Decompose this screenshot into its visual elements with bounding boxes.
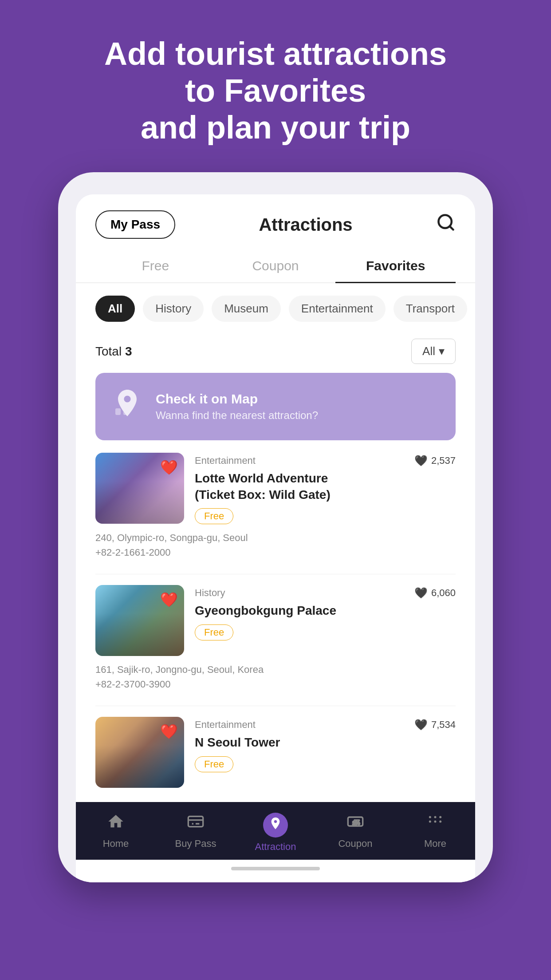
tab-bar: Free Coupon Favorites (76, 249, 475, 283)
favorite-heart-1[interactable]: ❤️ (160, 459, 178, 476)
nav-coupon[interactable]: 1% Coupon (315, 813, 395, 853)
phone-screen: My Pass Attractions Free Coupon Favorite… (76, 194, 475, 882)
tab-free[interactable]: Free (95, 249, 216, 282)
svg-point-9 (439, 821, 441, 823)
svg-point-10 (429, 816, 431, 818)
home-indicator-bar (231, 867, 320, 870)
map-title: Check it on Map (156, 391, 318, 407)
chip-transport[interactable]: Transport (394, 296, 467, 322)
card-info-3: Entertainment 🖤 7,534 N Seoul Tower Free (195, 717, 456, 788)
map-icon (111, 387, 143, 426)
free-badge-3: Free (195, 756, 233, 772)
svg-point-12 (439, 816, 441, 818)
divider-2 (95, 706, 456, 706)
filter-row: Total 3 All ▾ (76, 334, 475, 373)
bottom-navigation: Home Buy Pass (76, 802, 475, 860)
divider-1 (95, 574, 456, 574)
chevron-down-icon: ▾ (439, 344, 445, 358)
tab-favorites[interactable]: Favorites (335, 249, 456, 282)
card-thumbnail-2: ❤️ (95, 585, 184, 656)
svg-point-7 (429, 821, 431, 823)
card-thumbnail-1: ❤️ (95, 453, 184, 524)
nav-coupon-label: Coupon (338, 838, 372, 850)
map-subtitle: Wanna find the nearest attraction? (156, 409, 318, 422)
attraction-card-1[interactable]: ❤️ Entertainment 🖤 2,537 Lotte World Adv… (95, 453, 456, 560)
map-text: Check it on Map Wanna find the nearest a… (156, 391, 318, 422)
nav-attraction-label: Attraction (255, 841, 296, 853)
nav-more-label: More (424, 838, 446, 850)
card-likes-2: 🖤 6,060 (414, 587, 456, 599)
home-indicator (76, 860, 475, 876)
heart-icon-2: 🖤 (414, 587, 428, 599)
svg-line-1 (450, 226, 453, 230)
hero-line3: and plan your trip (141, 110, 410, 145)
chip-museum[interactable]: Museum (212, 296, 281, 322)
nav-home[interactable]: Home (76, 813, 156, 853)
card-likes-1: 🖤 2,537 (414, 454, 456, 467)
attraction-icon (268, 816, 283, 834)
attraction-card-2[interactable]: ❤️ History 🖤 6,060 Gyeongbokgung Palace … (95, 585, 456, 692)
attraction-card-3[interactable]: ❤️ Entertainment 🖤 7,534 N Seoul Tower F… (95, 717, 456, 788)
card-category-3: Entertainment (195, 719, 256, 731)
card-likes-3: 🖤 7,534 (414, 719, 456, 731)
home-icon (107, 813, 125, 834)
free-badge-1: Free (195, 508, 233, 524)
card-name-1: Lotte World Adventure(Ticket Box: Wild G… (195, 470, 456, 503)
card-category-1: Entertainment (195, 455, 256, 466)
card-category-2: History (195, 587, 225, 599)
nav-attraction[interactable]: Attraction (236, 813, 315, 853)
buy-pass-icon (187, 813, 205, 834)
nav-home-label: Home (103, 838, 129, 850)
app-header: My Pass Attractions (76, 194, 475, 249)
card-thumbnail-3: ❤️ (95, 717, 184, 788)
card-info-1: Entertainment 🖤 2,537 Lotte World Advent… (195, 453, 456, 524)
card-address-2: 161, Sajik-ro, Jongno-gu, Seoul, Korea +… (95, 662, 456, 692)
nav-attraction-active (263, 813, 288, 838)
page-title: Attractions (259, 215, 352, 235)
svg-rect-3 (123, 411, 129, 415)
nav-buy-pass[interactable]: Buy Pass (156, 813, 236, 853)
total-label: Total 3 (95, 344, 132, 359)
hero-line1: Add tourist attractions (104, 36, 447, 71)
svg-point-11 (434, 816, 437, 818)
heart-icon-3: 🖤 (414, 719, 428, 731)
tab-coupon[interactable]: Coupon (216, 249, 336, 282)
card-address-1: 240, Olympic-ro, Songpa-gu, Seoul +82-2-… (95, 530, 456, 560)
coupon-icon: 1% (346, 813, 364, 834)
card-name-2: Gyeongbokgung Palace (195, 603, 456, 619)
filter-dropdown[interactable]: All ▾ (411, 339, 456, 364)
nav-buy-pass-label: Buy Pass (175, 838, 216, 850)
hero-line2: to Favorites (185, 73, 366, 108)
chip-all[interactable]: All (95, 296, 135, 322)
favorite-heart-2[interactable]: ❤️ (160, 591, 178, 608)
card-name-3: N Seoul Tower (195, 735, 456, 751)
my-pass-button[interactable]: My Pass (95, 210, 175, 239)
nav-more[interactable]: More (395, 813, 475, 853)
phone-frame: My Pass Attractions Free Coupon Favorite… (58, 172, 493, 882)
heart-icon-1: 🖤 (414, 454, 428, 467)
category-filter: All History Museum Entertainment Transpo… (76, 283, 475, 334)
svg-rect-2 (115, 408, 121, 415)
favorite-heart-3[interactable]: ❤️ (160, 723, 178, 740)
free-badge-2: Free (195, 624, 233, 640)
map-banner[interactable]: Check it on Map Wanna find the nearest a… (95, 373, 456, 440)
svg-rect-4 (188, 817, 203, 827)
chip-history[interactable]: History (143, 296, 204, 322)
svg-text:1%: 1% (352, 820, 360, 826)
card-info-2: History 🖤 6,060 Gyeongbokgung Palace Fre… (195, 585, 456, 656)
svg-point-8 (434, 821, 437, 823)
search-icon[interactable] (436, 213, 456, 237)
hero-text: Add tourist attractions to Favorites and… (69, 36, 482, 146)
chip-entertainment[interactable]: Entertainment (289, 296, 386, 322)
more-icon (426, 813, 444, 834)
